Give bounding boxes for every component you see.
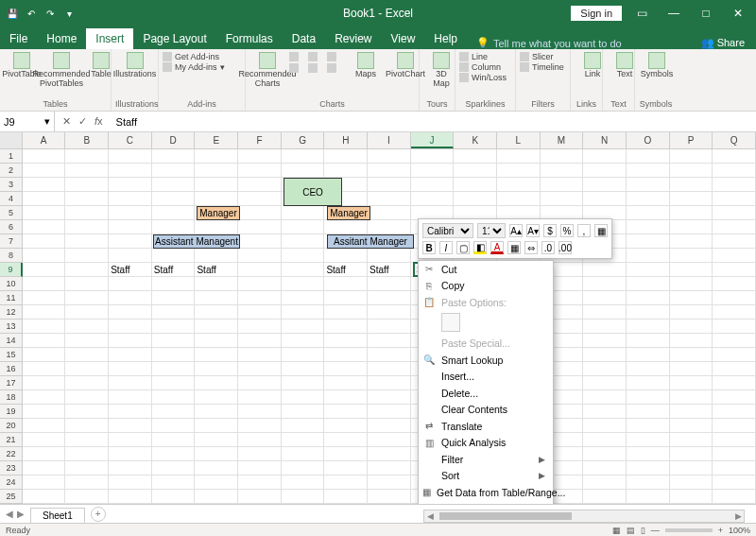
- cell[interactable]: Staff: [109, 263, 152, 277]
- col-header[interactable]: M: [541, 132, 584, 148]
- cell[interactable]: [627, 249, 670, 263]
- cell[interactable]: [368, 164, 411, 178]
- cell[interactable]: [324, 433, 368, 447]
- cell[interactable]: [282, 390, 325, 405]
- row-header[interactable]: 15: [0, 348, 23, 362]
- cell[interactable]: [23, 461, 66, 475]
- cell[interactable]: [454, 149, 497, 164]
- col-header[interactable]: I: [368, 132, 411, 148]
- cell[interactable]: [282, 362, 325, 376]
- cell[interactable]: [65, 433, 109, 447]
- redo-icon[interactable]: ↷: [43, 7, 57, 20]
- decimal-inc-icon[interactable]: .0: [541, 241, 555, 254]
- cell[interactable]: [109, 376, 152, 390]
- cell[interactable]: [324, 291, 368, 305]
- cell[interactable]: [368, 461, 411, 475]
- cell[interactable]: [713, 164, 756, 178]
- cell[interactable]: [195, 461, 238, 475]
- signin-button[interactable]: Sign in: [571, 6, 622, 21]
- formula-value[interactable]: Staff: [111, 116, 137, 128]
- ctx-sort[interactable]: Sort▶: [419, 468, 553, 485]
- cell[interactable]: [65, 419, 109, 433]
- cell[interactable]: [497, 178, 541, 192]
- cell[interactable]: [324, 447, 368, 461]
- font-select[interactable]: Calibri: [422, 223, 473, 238]
- cell[interactable]: [713, 461, 756, 475]
- cell[interactable]: [627, 192, 670, 206]
- row-header[interactable]: 3: [0, 178, 23, 192]
- cell[interactable]: [670, 206, 713, 220]
- cell[interactable]: [23, 320, 66, 334]
- cell[interactable]: [713, 192, 756, 206]
- ctx-clear[interactable]: Clear Contents: [419, 402, 553, 419]
- row-header[interactable]: 24: [0, 475, 23, 490]
- cell[interactable]: [23, 234, 66, 249]
- cell[interactable]: [627, 405, 670, 419]
- cell[interactable]: [583, 320, 627, 334]
- cell[interactable]: [152, 419, 196, 433]
- cell[interactable]: [282, 206, 325, 220]
- cell[interactable]: Staff: [324, 263, 368, 277]
- row-header[interactable]: 5: [0, 206, 23, 220]
- cell[interactable]: [627, 220, 670, 234]
- cell[interactable]: [670, 390, 713, 405]
- ctx-cut[interactable]: ✂Cut: [419, 261, 553, 278]
- row-header[interactable]: 9: [0, 263, 23, 277]
- row-header[interactable]: 13: [0, 320, 23, 334]
- cell[interactable]: [238, 490, 282, 504]
- row-header[interactable]: 7: [0, 234, 23, 249]
- cell[interactable]: [324, 461, 368, 475]
- cell[interactable]: [65, 334, 109, 348]
- cell[interactable]: [282, 220, 325, 234]
- cell[interactable]: [23, 490, 66, 504]
- cell[interactable]: [713, 490, 756, 504]
- cell[interactable]: [23, 291, 66, 305]
- cell[interactable]: [411, 149, 455, 164]
- cell[interactable]: [324, 405, 368, 419]
- cell[interactable]: [109, 206, 152, 220]
- cell[interactable]: [541, 164, 584, 178]
- chart-type-icon[interactable]: [327, 63, 336, 73]
- cell[interactable]: [583, 362, 627, 376]
- cell[interactable]: [368, 277, 411, 291]
- cell[interactable]: [195, 220, 238, 234]
- cell[interactable]: [195, 362, 238, 376]
- cell[interactable]: [282, 447, 325, 461]
- cell[interactable]: [238, 249, 282, 263]
- col-header[interactable]: H: [324, 132, 368, 148]
- cell[interactable]: [195, 376, 238, 390]
- cell[interactable]: [152, 220, 196, 234]
- cell[interactable]: [195, 305, 238, 320]
- cell[interactable]: [152, 291, 196, 305]
- cell[interactable]: [670, 249, 713, 263]
- cell-ceo[interactable]: CEO: [284, 178, 342, 206]
- cell[interactable]: [152, 164, 196, 178]
- cell[interactable]: [368, 390, 411, 405]
- cell[interactable]: [238, 178, 282, 192]
- cell[interactable]: [23, 348, 66, 362]
- cell[interactable]: [541, 149, 584, 164]
- col-header[interactable]: P: [670, 132, 713, 148]
- cell[interactable]: [109, 277, 152, 291]
- tab-home[interactable]: Home: [37, 28, 86, 49]
- row-header[interactable]: 25: [0, 490, 23, 504]
- cell[interactable]: [238, 348, 282, 362]
- cell[interactable]: [195, 164, 238, 178]
- tab-review[interactable]: Review: [325, 28, 381, 49]
- cell[interactable]: [454, 192, 497, 206]
- increase-font-icon[interactable]: A▴: [509, 224, 523, 237]
- cell[interactable]: [109, 234, 152, 249]
- cell[interactable]: [368, 334, 411, 348]
- cell[interactable]: [497, 149, 541, 164]
- ribbon-options-icon[interactable]: ▭: [629, 4, 654, 23]
- cell[interactable]: [670, 376, 713, 390]
- cell[interactable]: [368, 249, 411, 263]
- row-header[interactable]: 16: [0, 362, 23, 376]
- cell[interactable]: [282, 234, 325, 249]
- chart-type-icon[interactable]: [289, 63, 299, 73]
- ctx-filter[interactable]: Filter▶: [419, 451, 553, 468]
- cell[interactable]: [195, 320, 238, 334]
- cell[interactable]: [109, 249, 152, 263]
- cell[interactable]: [23, 447, 66, 461]
- cell[interactable]: [627, 164, 670, 178]
